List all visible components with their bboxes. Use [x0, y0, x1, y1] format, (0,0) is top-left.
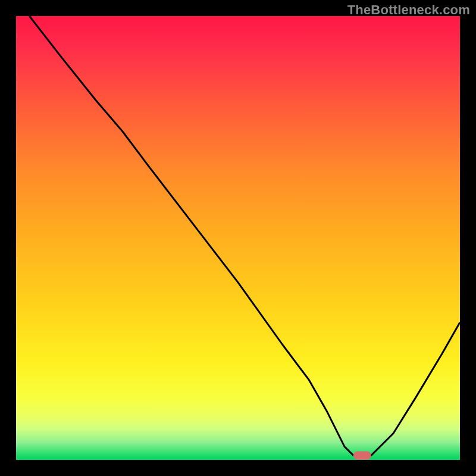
watermark-text: TheBottleneck.com: [347, 2, 470, 18]
optimal-range-marker: [353, 452, 371, 460]
